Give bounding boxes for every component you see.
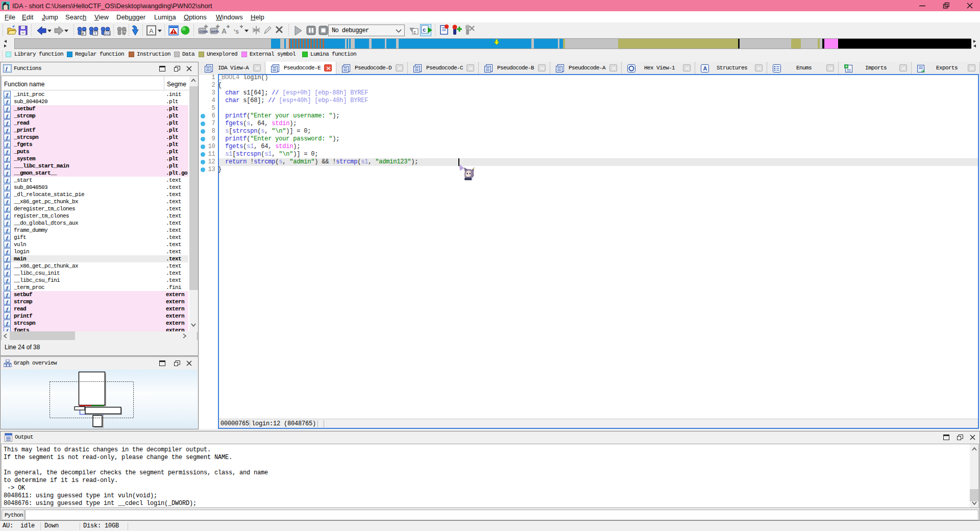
- svg-text:T: T: [94, 31, 96, 36]
- svg-text:#: #: [82, 31, 84, 36]
- svg-text:101: 101: [105, 32, 111, 35]
- svg-text:A: A: [222, 27, 227, 35]
- svg-text:A: A: [149, 27, 154, 35]
- svg-text:CODE: CODE: [200, 30, 208, 33]
- svg-text:A: A: [703, 65, 707, 71]
- svg-text:c: c: [423, 27, 426, 33]
- svg-text:c: c: [413, 30, 416, 35]
- svg-text:‘s: ‘s: [234, 28, 239, 35]
- svg-text:DATA: DATA: [211, 30, 219, 33]
